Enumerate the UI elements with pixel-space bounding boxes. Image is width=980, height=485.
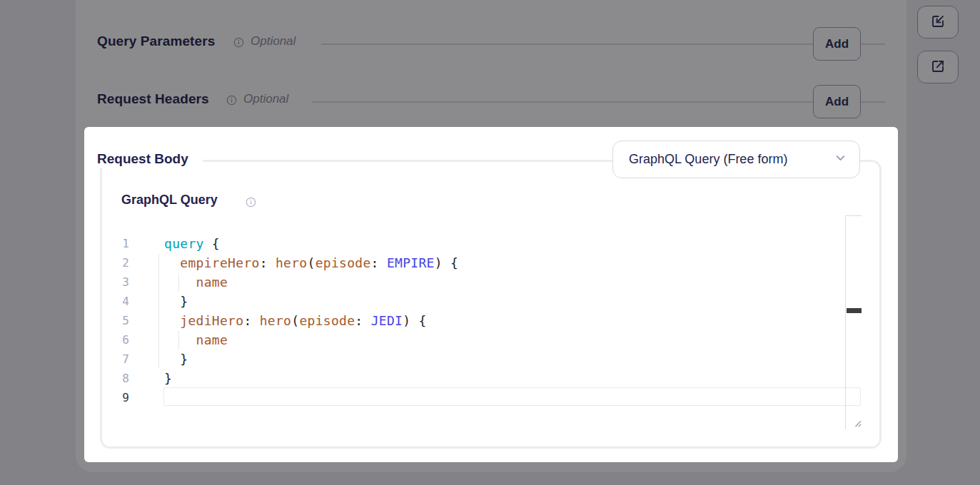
arrow-into-square-icon bbox=[929, 12, 947, 33]
info-icon[interactable] bbox=[246, 197, 256, 208]
code-line: name bbox=[164, 272, 860, 292]
divider bbox=[312, 101, 813, 103]
external-link-icon bbox=[929, 57, 947, 78]
request-headers-title: Request Headers bbox=[97, 91, 209, 107]
code-line: empireHero: hero(episode: EMPIRE) { bbox=[164, 253, 860, 272]
divider bbox=[321, 44, 813, 45]
open-external-button[interactable] bbox=[917, 51, 959, 83]
code-line: } bbox=[164, 369, 860, 388]
body-type-selected-value: GraphQL Query (Free form) bbox=[629, 152, 834, 167]
info-icon[interactable] bbox=[226, 95, 237, 106]
line-number: 2 bbox=[114, 253, 129, 272]
request-body-title: Request Body bbox=[97, 150, 203, 168]
textarea-resize-handle[interactable] bbox=[852, 417, 862, 431]
divider bbox=[861, 44, 885, 45]
optional-badge: Optional bbox=[251, 34, 295, 48]
line-number: 6 bbox=[114, 330, 129, 349]
indent-guide bbox=[158, 254, 159, 368]
optional-badge: Optional bbox=[243, 92, 288, 106]
code-line: query { bbox=[164, 234, 860, 253]
divider bbox=[861, 101, 885, 103]
add-query-parameter-button[interactable]: Add bbox=[813, 27, 861, 61]
api-request-form-page: Query Parameters Optional Add Request He… bbox=[0, 0, 980, 485]
editor-scrollbar-thumb[interactable] bbox=[847, 308, 862, 313]
editor-scroll-track bbox=[845, 215, 862, 216]
line-number: 7 bbox=[114, 349, 129, 369]
line-number: 3 bbox=[114, 272, 129, 292]
collapse-editor-button[interactable] bbox=[917, 6, 959, 39]
chevron-down-icon bbox=[834, 152, 847, 167]
line-number: 5 bbox=[114, 311, 129, 330]
line-number: 8 bbox=[114, 369, 129, 388]
editor-scroll-track bbox=[845, 215, 846, 429]
line-number: 4 bbox=[114, 292, 129, 311]
code-line: } bbox=[164, 349, 860, 369]
code-line: name bbox=[164, 330, 860, 349]
editor-gutter: 123456789 bbox=[114, 234, 129, 407]
add-request-header-button[interactable]: Add bbox=[813, 85, 861, 118]
line-number: 1 bbox=[114, 234, 129, 253]
info-icon[interactable] bbox=[233, 37, 244, 48]
code-line bbox=[164, 388, 860, 407]
graphql-query-label: GraphQL Query bbox=[121, 193, 218, 208]
code-line: } bbox=[164, 292, 860, 311]
body-type-select[interactable]: GraphQL Query (Free form) bbox=[612, 141, 860, 178]
line-number: 9 bbox=[114, 388, 129, 407]
code-line: jediHero: hero(episode: JEDI) { bbox=[164, 311, 860, 330]
query-parameters-title: Query Parameters bbox=[97, 34, 215, 49]
graphql-query-textarea[interactable]: query { empireHero: hero(episode: EMPIRE… bbox=[164, 234, 860, 407]
